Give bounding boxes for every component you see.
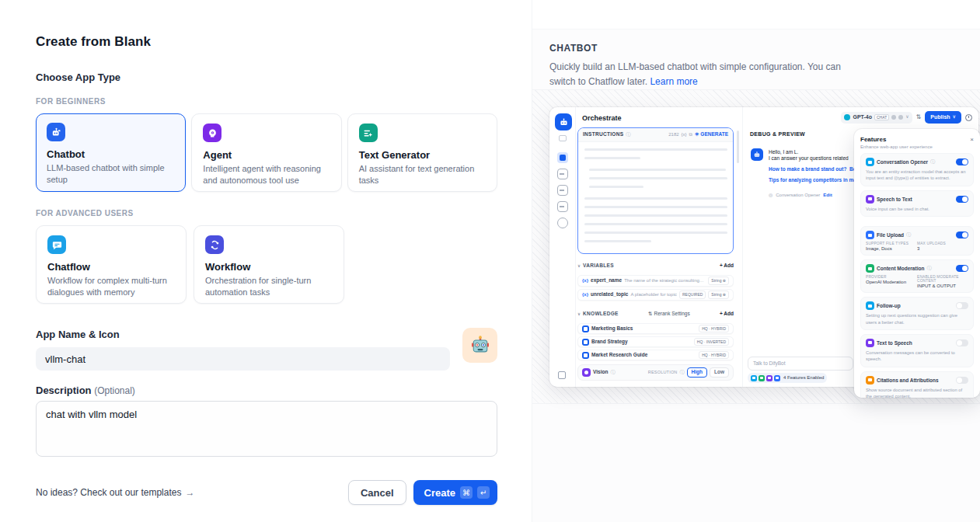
index-mode-badge: HQ · INVERTED xyxy=(694,338,729,346)
for-beginners-label: FOR BEGINNERS xyxy=(36,97,497,106)
app-name-label: App Name & Icon xyxy=(36,329,497,340)
shot-instructions-panel: INSTRUCTIONS ⓘ 2182 {x} ⧉ ✳ GENERATE xyxy=(577,127,734,254)
chatbot-icon xyxy=(47,123,65,141)
file-upload-icon xyxy=(866,231,874,239)
shot-publish-button: Publish∨ xyxy=(925,111,961,124)
resolution-low-option: Low xyxy=(710,367,729,377)
history-clock-icon xyxy=(965,114,972,121)
resolution-high-option: High xyxy=(687,367,707,377)
app-name-input[interactable] xyxy=(36,347,450,371)
shot-scrollbar xyxy=(737,130,739,163)
text-generator-icon xyxy=(359,124,378,142)
description-textarea[interactable]: chat with vllm model xyxy=(36,401,497,457)
shot-title: Orchestrate xyxy=(582,114,622,123)
shot-features-panel: Features × Enhance web-app user experien… xyxy=(854,129,980,398)
app-type-card-workflow[interactable]: Workflow Orchestration for single-turn a… xyxy=(194,225,344,304)
create-app-page: Create from Blank Choose App Type FOR BE… xyxy=(0,0,980,522)
preview-pattern-background: Orchestrate GPT-4o CHAT ∨ ⇅ Publish∨ xyxy=(532,89,980,404)
model-mini-icon xyxy=(898,115,903,120)
preview-heading: CHATBOT xyxy=(549,43,980,54)
learn-more-link[interactable]: Learn more xyxy=(650,76,697,87)
app-type-card-agent[interactable]: Agent Intelligent agent with reasoning a… xyxy=(191,113,341,192)
shot-bottom-icon xyxy=(558,371,566,379)
workflow-icon xyxy=(205,235,224,254)
follow-up-icon xyxy=(866,301,874,310)
cmd-key-icon: ⌘ xyxy=(460,486,473,499)
info-icon: ⓘ xyxy=(926,265,931,272)
toggle-on xyxy=(956,196,968,203)
shot-nav-icon xyxy=(557,185,568,196)
content-moderation-icon xyxy=(866,264,874,273)
app-type-card-chatbot[interactable]: Chatbot LLM-based chatbot with simple se… xyxy=(36,113,186,192)
instructions-label: INSTRUCTIONS xyxy=(583,131,623,137)
app-type-card-chatflow[interactable]: Chatflow Workflow for complex multi-turn… xyxy=(36,225,187,304)
card-desc: Intelligent agent with reasoning and aut… xyxy=(203,163,330,186)
app-type-preview-panel: CHATBOT Quickly build an LLM-based chatb… xyxy=(532,0,980,522)
shot-variables-header: ∨ VARIABLES + Add xyxy=(577,263,734,269)
shot-instructions-header: INSTRUCTIONS ⓘ 2182 {x} ⧉ ✳ GENERATE xyxy=(578,128,733,142)
advanced-cards-row: Chatflow Workflow for complex multi-turn… xyxy=(36,225,497,304)
char-count: 2182 xyxy=(668,132,678,138)
toggle-on xyxy=(956,158,968,165)
shot-debug-preview-header: DEBUG & PREVIEW xyxy=(750,131,805,138)
shot-model-selector: GPT-4o CHAT ∨ xyxy=(841,112,912,124)
modal-footer: No ideas? Check out our templates → Canc… xyxy=(36,480,497,505)
shot-knowledge-row: Market Research Guide HQ · HYBRID xyxy=(577,350,734,360)
shot-variable-row: {x} expert_name The name of the strategi… xyxy=(577,275,734,287)
feature-card-conversation-opener: Conversation Opener ⓘ You are an entity … xyxy=(860,153,974,186)
feature-card-follow-up: Follow-up Setting up next questions sugg… xyxy=(860,297,974,330)
card-desc: Workflow for complex multi-turn dialogue… xyxy=(47,275,175,298)
feature-card-text-to-speech: Text to Speech Conversation messages can… xyxy=(860,334,974,367)
app-type-card-text-generator[interactable]: Text Generator AI assistant for text gen… xyxy=(347,113,497,192)
model-mode-badge: CHAT xyxy=(874,114,889,120)
instructions-skeleton-text xyxy=(578,148,733,242)
create-from-blank-modal: Create from Blank Choose App Type FOR BE… xyxy=(0,0,532,522)
cancel-button[interactable]: Cancel xyxy=(348,480,406,505)
description-optional-hint: (Optional) xyxy=(94,385,135,396)
create-button-label: Create xyxy=(424,487,455,499)
index-mode-badge: HQ · HYBRID xyxy=(699,325,729,332)
copy-icon: ⧉ xyxy=(689,132,692,138)
card-desc: AI assistant for text generation tasks xyxy=(359,163,486,186)
app-icon-picker-button[interactable] xyxy=(462,328,497,363)
enter-key-icon: ↵ xyxy=(477,486,490,499)
add-variable-button: + Add xyxy=(720,263,734,269)
document-icon xyxy=(582,352,589,359)
shot-column-divider xyxy=(742,107,743,387)
feature-mini-icon xyxy=(759,375,765,381)
citations-icon xyxy=(866,376,874,385)
chevron-icon: ∨ xyxy=(577,311,581,317)
feature-card-file-upload: File Upload ⓘ SUPPORT FILE TYPES Image, … xyxy=(860,226,974,256)
toggle-off xyxy=(956,377,968,384)
card-name: Agent xyxy=(203,149,330,161)
shot-variable-row: {x} unrelated_topic A placeholder for to… xyxy=(577,289,734,301)
info-icon: ⓘ xyxy=(626,132,630,138)
beginner-cards-row: Chatbot LLM-based chatbot with simple se… xyxy=(36,113,497,192)
toggle-off xyxy=(956,339,968,346)
add-knowledge-button: + Add xyxy=(720,311,734,317)
chevron-down-icon: ∨ xyxy=(953,114,956,120)
shot-bot-avatar-robot-icon xyxy=(751,148,763,161)
card-name: Workflow xyxy=(205,261,333,273)
generate-button: ✳ GENERATE xyxy=(695,131,728,137)
shot-collapse-icon xyxy=(559,135,567,141)
model-mini-icon xyxy=(891,115,896,120)
features-title: Features xyxy=(860,136,886,143)
card-name: Chatbot xyxy=(47,148,175,160)
shot-chat-input: Talk to DifyBot xyxy=(748,357,853,371)
feature-card-citations: Citations and Attributions Show source d… xyxy=(860,371,974,398)
text-to-speech-icon xyxy=(866,339,874,347)
shot-header-controls: GPT-4o CHAT ∨ ⇅ Publish∨ xyxy=(841,111,972,124)
type-badge: String ⊗ xyxy=(708,277,729,284)
app-name-section: App Name & Icon xyxy=(36,329,497,371)
feature-mini-icon xyxy=(751,375,757,381)
shot-nav-globe-icon xyxy=(557,218,568,228)
shot-sidebar xyxy=(549,107,576,387)
preview-panel-top-bar xyxy=(532,0,980,30)
shot-app-avatar-robot-icon xyxy=(555,113,572,130)
info-icon: ⓘ xyxy=(610,370,615,376)
templates-link[interactable]: No ideas? Check out our templates → xyxy=(36,487,194,498)
sparkle-icon: ✳ xyxy=(695,131,699,137)
arrow-right-icon: → xyxy=(185,487,194,498)
create-button[interactable]: Create ⌘ ↵ xyxy=(413,480,497,505)
